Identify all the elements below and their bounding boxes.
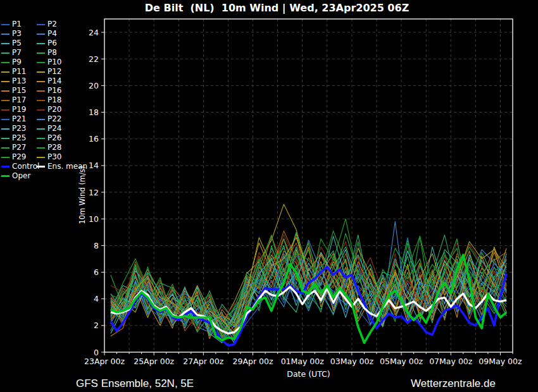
x-tick-label: 29Apr 00z — [233, 357, 273, 366]
model-info-label: GFS Ensemble, 52N, 5E — [76, 377, 194, 390]
y-tick-label: 8 — [94, 241, 99, 250]
y-tick-label: 16 — [89, 134, 99, 144]
x-tick-label: 23Apr 00z — [84, 357, 125, 366]
y-tick-label: 0 — [94, 348, 99, 357]
y-tick-label: 2 — [94, 321, 99, 330]
y-axis-title: 10m Wind (m/s) — [78, 166, 87, 224]
x-tick-label: 27Apr 00z — [183, 357, 223, 366]
y-tick-label: 4 — [94, 294, 99, 303]
y-tick-label: 14 — [89, 161, 99, 170]
x-tick-label: 05May 00z — [380, 357, 423, 366]
y-tick-label: 20 — [89, 81, 99, 90]
y-tick-label: 12 — [89, 188, 99, 197]
y-tick-label: 24 — [89, 28, 99, 37]
x-tick-label: 01May 00z — [281, 357, 325, 366]
wind-ensemble-meteogram: De Bilt (NL) 10m Wind | Wed, 23Apr2025 0… — [0, 0, 538, 392]
x-tick-label: 25Apr 00z — [134, 357, 174, 366]
y-tick-label: 18 — [89, 107, 99, 117]
series-lines — [111, 204, 506, 346]
x-tick-label: 09May 00z — [479, 357, 522, 366]
y-tick-label: 6 — [94, 267, 99, 277]
plot-area: 23Apr 00z25Apr 00z27Apr 00z29Apr 00z01Ma… — [0, 0, 538, 392]
x-axis-title: Date (UTC) — [287, 369, 330, 379]
site-watermark: Wetterzentrale.de — [411, 377, 496, 390]
x-tick-label: 07May 00z — [429, 357, 473, 366]
x-tick-label: 03May 00z — [330, 357, 374, 366]
y-tick-label: 22 — [89, 54, 99, 64]
y-tick-label: 10 — [89, 214, 99, 224]
